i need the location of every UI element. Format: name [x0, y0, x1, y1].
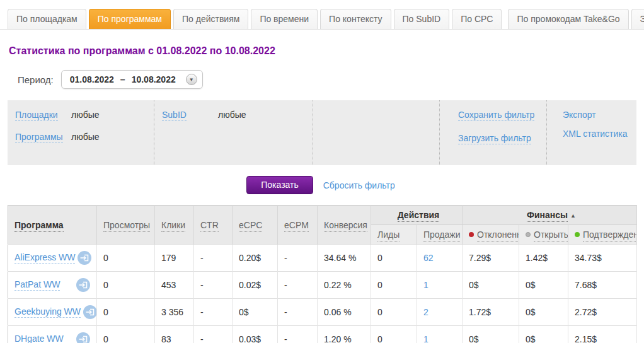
tab-by-time[interactable]: По времени: [251, 9, 318, 29]
table-row: Geekbuying WW 0 3 356 - 0$ - 0.06 % 0 2 …: [8, 299, 637, 326]
program-link[interactable]: AliExpress WW: [14, 252, 75, 264]
col-group-actions[interactable]: Действия: [371, 206, 463, 225]
filter-panel: Площадки любые Программы любые SubID люб…: [8, 100, 636, 165]
leads-cell: 0: [371, 272, 417, 299]
open-dot-icon: [526, 232, 531, 237]
tab-by-cpc[interactable]: По CPC: [452, 9, 502, 29]
program-goto-icon[interactable]: [78, 251, 91, 265]
tab-by-platforms[interactable]: По площадкам: [8, 9, 86, 29]
clicks-cell: 83: [155, 326, 194, 343]
reset-filter-link[interactable]: Сбросить фильтр: [323, 180, 395, 190]
sales-link[interactable]: 1: [423, 334, 428, 343]
clicks-cell: 453: [155, 272, 194, 299]
leads-cell: 0: [371, 245, 417, 272]
program-link[interactable]: PatPat WW: [14, 279, 60, 291]
filter-col-saveload: Сохранить фильтр Загрузить фильтр: [440, 100, 547, 165]
xml-statistics-link[interactable]: XML статистика: [563, 128, 628, 140]
col-header-ecpc[interactable]: eCPC: [233, 206, 278, 245]
subid-filter-link[interactable]: SubID: [162, 110, 187, 121]
tab-by-subid[interactable]: По SubID: [394, 9, 450, 29]
confirmed-dot-icon: [575, 232, 580, 237]
ecpm-cell: -: [278, 245, 318, 272]
open-cell: 0$: [519, 299, 568, 326]
ecpc-cell: 0.02$: [233, 272, 278, 299]
col-header-sales[interactable]: Продажи: [417, 225, 463, 245]
filter-col-empty: [313, 100, 440, 165]
col-header-ctr[interactable]: CTR: [194, 206, 233, 245]
programs-filter-value: любые: [71, 132, 100, 142]
views-cell: 0: [97, 326, 155, 343]
col-header-clicks[interactable]: Клики: [155, 206, 194, 245]
conversion-cell: 1.20 %: [318, 326, 371, 343]
platforms-filter-value: любые: [71, 110, 100, 120]
ctr-cell: -: [194, 326, 233, 343]
filter-col-subid: SubID любые: [154, 100, 313, 165]
leads-cell: 0: [371, 299, 417, 326]
col-header-conversion[interactable]: Конверсия: [318, 206, 371, 245]
period-picker[interactable]: 01.08.2022 – 10.08.2022 ▼: [61, 70, 203, 89]
sales-link[interactable]: 62: [423, 253, 434, 263]
load-filter-link[interactable]: Загрузить фильтр: [458, 133, 531, 144]
col-header-confirmed[interactable]: Подтвержденные: [568, 225, 637, 245]
ecpc-cell: 0$: [233, 299, 278, 326]
ecpm-cell: -: [278, 326, 318, 343]
col-header-program[interactable]: Программа: [8, 206, 97, 245]
actions-row: Показать Сбросить фильтр: [0, 176, 644, 194]
conversion-cell: 0.22 %: [318, 272, 371, 299]
ecpm-cell: -: [278, 272, 318, 299]
col-group-finance[interactable]: Финансы▲: [463, 206, 637, 225]
confirmed-cell: 2.15$: [568, 326, 637, 343]
table-row: DHgate WW 0 83 - 0.03$ - 1.20 % 0 1 0$ 0…: [8, 326, 637, 343]
export-link[interactable]: Экспорт: [563, 110, 596, 120]
open-cell: 0$: [519, 272, 568, 299]
rejected-cell: 7.29$: [463, 245, 519, 272]
page-title: Статистика по программам с 01.08.2022 по…: [9, 45, 644, 57]
col-header-open[interactable]: Открытые: [519, 225, 568, 245]
sort-asc-icon: ▲: [570, 212, 576, 219]
ctr-cell: -: [194, 245, 233, 272]
period-dropdown-icon[interactable]: ▼: [186, 74, 197, 85]
program-goto-icon[interactable]: [76, 278, 90, 292]
table-row: AliExpress WW 0 179 - 0.20$ - 34.64 % 0 …: [8, 245, 637, 272]
tab-by-context[interactable]: По контексту: [320, 9, 391, 29]
confirmed-cell: 7.68$: [568, 272, 637, 299]
program-goto-icon[interactable]: [83, 305, 96, 319]
sales-cell: 1: [417, 326, 463, 343]
stats-table: Программа Просмотры Клики CTR eCPC eCPM …: [8, 205, 637, 343]
save-filter-link[interactable]: Сохранить фильтр: [458, 110, 534, 121]
rejected-dot-icon: [469, 232, 474, 237]
program-goto-icon[interactable]: [76, 332, 90, 343]
period-label: Период:: [18, 74, 54, 85]
sales-link[interactable]: 1: [423, 280, 428, 290]
ctr-cell: -: [194, 272, 233, 299]
sales-link[interactable]: 2: [423, 307, 428, 317]
filter-col-export: Экспорт XML статистика: [547, 100, 636, 165]
clicks-cell: 179: [155, 245, 194, 272]
period-dash: –: [120, 74, 125, 84]
program-link[interactable]: Geekbuying WW: [14, 306, 81, 318]
leads-cell: 0: [371, 326, 417, 343]
col-header-rejected[interactable]: Отклоненные: [463, 225, 519, 245]
tab-by-programs[interactable]: По программам: [89, 9, 171, 29]
platforms-filter-link[interactable]: Площадки: [15, 110, 58, 121]
clicks-cell: 3 356: [155, 299, 194, 326]
col-header-ecpm[interactable]: eCPM: [278, 206, 318, 245]
program-link[interactable]: DHgate WW: [14, 334, 64, 343]
tab-exports[interactable]: Экспорты: [631, 9, 644, 29]
rejected-cell: 0$: [463, 326, 519, 343]
col-header-leads[interactable]: Лиды: [371, 225, 417, 245]
ecpc-cell: 0.20$: [233, 245, 278, 272]
sales-cell: 2: [417, 299, 463, 326]
tab-by-promocodes[interactable]: По промокодам Take&Go: [508, 9, 628, 29]
conversion-cell: 34.64 %: [318, 245, 371, 272]
programs-filter-link[interactable]: Программы: [15, 132, 63, 143]
ecpc-cell: 0.03$: [233, 326, 278, 343]
sales-cell: 62: [417, 245, 463, 272]
col-header-views[interactable]: Просмотры: [97, 206, 155, 245]
table-header: Программа Просмотры Клики CTR eCPC eCPM …: [8, 206, 637, 245]
ctr-cell: -: [194, 299, 233, 326]
period-to: 10.08.2022: [132, 74, 176, 84]
show-button[interactable]: Показать: [246, 176, 313, 194]
sales-cell: 1: [417, 272, 463, 299]
tab-by-actions[interactable]: По действиям: [173, 9, 248, 29]
